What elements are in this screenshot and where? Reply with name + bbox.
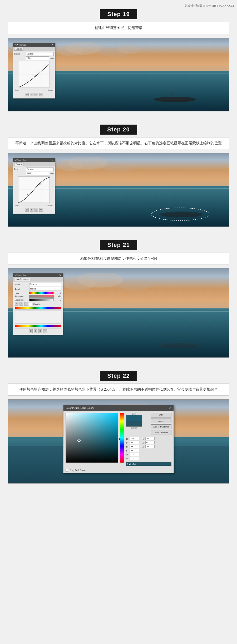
cp-s-row: S: — [126, 441, 139, 444]
cp-s-input[interactable] — [130, 441, 139, 444]
color-picker-dialog: Color Picker (Solid Color) ✕ — [63, 405, 174, 473]
step20-icon-3[interactable]: ⊡ — [34, 208, 38, 212]
cp-ok-button[interactable]: OK — [151, 413, 171, 417]
step21-colorize-check[interactable] — [29, 303, 32, 306]
cp-r-input[interactable] — [145, 437, 155, 440]
step21-bottom-icons: ⊞ ↻ ⊡ ✂ — [15, 328, 61, 334]
step20-curves-canvas — [18, 176, 50, 203]
step20-preset-select[interactable]: Custom — [26, 168, 54, 171]
step20-input-label: Input — [15, 204, 19, 207]
site-name: 思缘设计论坛 WWW.MISSYUAN.COM — [185, 4, 234, 7]
step21-preset-select[interactable]: Custom — [29, 283, 61, 286]
cp-current-label: current — [126, 427, 142, 429]
cp-web-colors-checkbox[interactable] — [66, 469, 68, 471]
cp-hue-strip[interactable] — [120, 413, 124, 463]
props-auto-label[interactable]: Auto — [50, 57, 54, 59]
cp-web-colors-label: Only Web Colors — [70, 469, 86, 471]
step21-light-slider[interactable] — [29, 298, 54, 301]
step20-selection — [150, 207, 210, 221]
step21-light-label: Lightness: — [15, 299, 29, 301]
props-preset-select[interactable]: Custom — [26, 52, 54, 56]
cp-h-label: H: — [126, 437, 129, 440]
cp-b3-input[interactable] — [130, 457, 139, 460]
props-channel-row: RGB Auto — [14, 56, 54, 60]
step21-hue-row: Hue: 0 — [15, 292, 61, 294]
step21-spectrum-bottom — [15, 325, 61, 327]
step21-hue-icon-2[interactable]: + — [19, 302, 23, 306]
step20-auto[interactable]: Auto — [50, 173, 54, 175]
step21-tonal-select[interactable]: Master — [29, 287, 61, 291]
step20-props-titlebar: ≡ Properties ✕ — [13, 158, 55, 162]
cp-b-row: B: — [126, 445, 139, 448]
step19-title-wrap: Step 19 — [8, 9, 229, 19]
step20-tab-curves[interactable]: Curves — [14, 163, 23, 166]
step21-icon-3[interactable]: ⊡ — [38, 329, 42, 333]
step20-section: Step 20 再新建一个曲线调整图层来更改船的对比度。它在水下，所以应该不那么… — [0, 125, 237, 227]
cp-hue-arrow — [119, 438, 120, 440]
step20-title-wrap: Step 20 — [8, 125, 229, 135]
step21-description: 添加色相/饱和度调整图层，使饱和度值降至−94 — [8, 253, 229, 265]
cp-b2-input[interactable] — [145, 445, 155, 448]
step19-clouds — [52, 42, 140, 63]
cp-color-libraries-button[interactable]: Color Libraries — [151, 430, 171, 435]
step21-props-titlebar: ≡ Properties ✕ — [13, 273, 63, 277]
cp-fields-wrapper: H: S: B: — [126, 437, 171, 460]
cp-g-input[interactable] — [145, 441, 155, 444]
cp-hex-value: 255465 — [129, 463, 136, 465]
props-titlebar: ≡ Properties ✕ — [13, 43, 55, 47]
step20-output-label: Output — [48, 204, 53, 207]
svg-point-3 — [117, 45, 140, 54]
step21-hue-icon-3[interactable]: − — [24, 302, 28, 306]
step19-section: Step 19 创建曲线调整图层，使船变暗 — [0, 9, 237, 111]
cp-h-row: H: — [126, 437, 139, 440]
props-channel-select[interactable]: RGB — [26, 56, 49, 60]
step21-icon-4[interactable]: ✂ — [43, 329, 47, 333]
step21-hue-icon-1[interactable]: ✎ — [15, 302, 18, 306]
cp-preview-stack: new current — [126, 413, 142, 429]
step21-preset-label: Preset: — [15, 283, 29, 286]
curves-bottom-icons: ⊞ ↻ ⊡ ✂ — [14, 92, 54, 97]
step19-description: 创建曲线调整图层，使船变暗 — [8, 22, 229, 34]
curves-icon-4[interactable]: ✂ — [39, 93, 43, 96]
step20-icon-4[interactable]: ✂ — [39, 208, 43, 212]
step20-props-close[interactable]: ✕ — [51, 159, 53, 161]
props-close[interactable]: ✕ — [51, 43, 53, 46]
step21-icon-2[interactable]: ↻ — [34, 329, 37, 333]
step21-props-close[interactable]: ✕ — [59, 274, 61, 277]
cp-gradient-picker[interactable] — [66, 413, 118, 463]
curves-icon-2[interactable]: ↻ — [30, 93, 33, 96]
cp-a-input[interactable] — [130, 453, 139, 456]
step21-props-title: ≡ Properties — [14, 274, 26, 277]
step20-image: ≡ Properties ✕ Curves Preset: Custom RGB… — [8, 153, 229, 227]
step21-hue-body: Preset: Custom Tonal: Master Hue: 0 — [13, 282, 63, 335]
cp-close-icon[interactable]: ✕ — [169, 406, 171, 410]
curves-icon-3[interactable]: ⊡ — [34, 93, 38, 96]
cp-b3-label: b: — [126, 457, 129, 460]
cp-l-input[interactable] — [130, 449, 139, 452]
cp-add-swatches-button[interactable]: Add to Swatches — [151, 424, 171, 429]
step20-icon-1[interactable]: ⊞ — [25, 208, 29, 212]
cp-cancel-button[interactable]: Cancel — [151, 419, 171, 423]
step21-light-row: Lightness: 0 — [15, 298, 61, 301]
step21-spectrum-top — [15, 307, 61, 309]
curves-footer: Input Output — [14, 89, 54, 92]
step21-section: Step 21 添加色相/饱和度调整图层，使饱和度值降至−94 — [0, 240, 237, 358]
step21-tab-hue[interactable]: Hue/Saturation — [14, 278, 30, 281]
cp-g-row: G: — [142, 441, 155, 444]
step20-preset-label: Preset: — [14, 168, 26, 170]
cp-fields-left: H: S: B: — [126, 437, 139, 460]
step21-hue-slider[interactable] — [29, 292, 54, 294]
curves-icon-1[interactable]: ⊞ — [25, 93, 29, 96]
step20-icon-2[interactable]: ↻ — [30, 208, 33, 212]
svg-point-15 — [104, 164, 132, 172]
cp-b-input[interactable] — [130, 445, 139, 448]
step22-title-wrap: Step 22 — [8, 371, 229, 381]
cp-titlebar: Color Picker (Solid Color) ✕ — [63, 405, 174, 411]
step21-light-value: 0 — [55, 299, 61, 301]
cp-h-input[interactable] — [130, 437, 139, 440]
step21-sat-slider[interactable] — [29, 295, 54, 298]
step21-icon-1[interactable]: ⊞ — [29, 329, 33, 333]
props-tab-curves[interactable]: Curves — [14, 47, 23, 51]
step20-clouds — [52, 157, 140, 179]
step20-channel-select[interactable]: RGB — [26, 172, 49, 175]
